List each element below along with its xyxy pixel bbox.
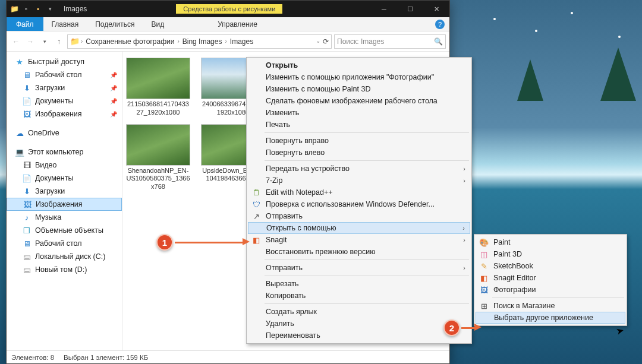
ctx-rotate-left[interactable]: Повернуть влево [248,147,470,159]
sidebar-desktop2[interactable]: 🖥Рабочий стол [7,237,122,250]
ctx-label: Snagit Editor [493,274,536,282]
ctx-label: Вырезать [266,280,299,288]
minimize-button[interactable]: ─ [371,1,397,17]
chevron-right-icon[interactable]: › [177,38,179,45]
disk-icon: 🖴 [22,252,32,261]
sidebar-label: Этот компьютер [28,148,83,156]
nav-recent-button[interactable]: ▾ [39,36,51,48]
ctx-label: Paint [493,238,511,246]
ribbon-file-tab[interactable]: Файл [7,17,43,31]
desktop-icon: 🖥 [22,70,32,80]
sub-paint[interactable]: 🎨Paint [476,236,625,248]
chevron-right-icon: › [463,177,465,184]
ribbon-view-tab[interactable]: Вид [143,18,172,31]
cursor-icon: ➤ [615,325,625,338]
sidebar-downloads[interactable]: ⬇Загрузки📌 [7,81,122,94]
chevron-down-icon[interactable]: ⌄ [316,37,320,46]
nav-up-button[interactable]: ↑ [53,36,65,48]
ctx-share[interactable]: ↗Отправить [248,210,470,222]
sub-sketchbook[interactable]: ✎SketchBook [476,260,625,272]
qat-dropdown-icon[interactable]: ▾ [45,4,55,14]
nav-back-button[interactable]: ← [10,36,22,48]
ctx-delete[interactable]: Удалить [248,318,470,330]
breadcrumb-segment[interactable]: Сохраненные фотографии [84,37,176,46]
sidebar-this-pc[interactable]: 💻Этот компьютер [7,145,122,159]
ctx-shortcut[interactable]: Создать ярлык [248,306,470,318]
ctx-print[interactable]: Печать [248,119,470,131]
sidebar-downloads2[interactable]: ⬇Загрузки [7,185,122,198]
chevron-right-icon[interactable]: › [81,38,83,45]
pin-icon: 📌 [110,72,117,78]
ribbon-home-tab[interactable]: Главная [43,18,87,31]
search-input[interactable]: Поиск: Images 🔍 [334,34,446,49]
ctx-open-with[interactable]: Открыть с помощью› [248,222,470,234]
ctx-restore[interactable]: Восстановить прежнюю версию [248,246,470,258]
help-icon[interactable]: ? [435,20,445,29]
file-item[interactable]: ShenandoahNP_EN-US1050580375_1366x768 [126,124,190,191]
sub-photos[interactable]: 🖼Фотографии [476,284,625,296]
desktop-icon: 🖥 [22,239,32,248]
sidebar-desktop[interactable]: 🖥Рабочий стол📌 [7,68,122,81]
sidebar-music[interactable]: ♪Музыка [7,211,122,224]
sidebar-local-disk[interactable]: 🖴Локальный диск (C:) [7,250,122,263]
sidebar-pictures2[interactable]: 🖼Изображения [7,198,122,211]
picture-tools-tab[interactable]: Средства работы с рисунками [176,4,282,14]
breadcrumb-segment[interactable]: Images [228,37,255,46]
refresh-icon[interactable]: ⟳ [323,37,329,46]
ctx-edit-paint3d[interactable]: Изменить с помощью Paint 3D [248,83,470,95]
ctx-rotate-right[interactable]: Повернуть вправо [248,135,470,147]
close-button[interactable]: ✕ [423,1,449,17]
ctx-defender[interactable]: 🛡Проверка с использованием Windows Defen… [248,198,470,210]
search-icon[interactable]: 🔍 [434,37,443,46]
ribbon-share-tab[interactable]: Поделиться [87,18,143,31]
ctx-edit[interactable]: Изменить [248,107,470,119]
sidebar-quick-access[interactable]: ★Быстрый доступ [7,55,122,68]
breadcrumb[interactable]: 📁 › Сохраненные фотографии › Bing Images… [67,34,332,49]
sidebar-documents[interactable]: 📄Документы📌 [7,94,122,107]
sub-paint3d[interactable]: ◫Paint 3D [476,248,625,260]
ctx-label: Отправить [266,212,303,220]
separator [265,259,469,260]
arrow-line [175,242,244,243]
sub-store-search[interactable]: ⊞Поиск в Магазине [476,300,625,312]
ctx-7zip[interactable]: 7-Zip› [248,175,470,186]
ctx-cast[interactable]: Передать на устройство› [248,163,470,175]
qat-new-icon[interactable]: ▪ [33,4,43,14]
titlebar[interactable]: 📁 ▫ ▪ ▾ Images Средства работы с рисунка… [7,1,449,17]
sidebar-documents2[interactable]: 📄Документы [7,172,122,185]
paint-icon: 🎨 [479,238,489,247]
ctx-cut[interactable]: Вырезать [248,278,470,290]
ctx-snagit[interactable]: ◧Snagit› [248,234,470,246]
ctx-edit-photos[interactable]: Изменить с помощью приложения "Фотографи… [248,71,470,83]
ctx-set-wallpaper[interactable]: Сделать фоновым изображением рабочего ст… [248,95,470,107]
sub-choose-another[interactable]: Выбрать другое приложение [476,312,625,324]
breadcrumb-segment[interactable]: Bing Images [181,37,224,46]
ctx-label: Копировать [266,292,306,300]
qat-props-icon[interactable]: ▫ [21,4,32,14]
thumbnail-icon [126,124,190,166]
sidebar-pictures[interactable]: 🖼Изображения📌 [7,107,122,121]
callout-label: 2 [449,323,454,333]
ctx-label: Snagit [266,236,287,244]
sidebar-label: Рабочий стол [35,239,81,248]
sidebar-3d-objects[interactable]: ❒Объемные объекты [7,224,122,237]
sidebar-label: Документы [35,174,73,182]
ctx-rename[interactable]: Переименовать [248,330,470,341]
ctx-open[interactable]: Открыть [248,59,470,71]
ctx-send-to[interactable]: Отправить› [248,262,470,274]
chevron-right-icon[interactable]: › [225,38,226,45]
notepad-icon: 🗒 [251,188,261,197]
sidebar-label: Рабочий стол [35,71,81,79]
sidebar-onedrive[interactable]: ☁OneDrive [7,126,122,140]
sidebar-video[interactable]: 🎞Видео [7,159,122,172]
maximize-button[interactable]: ☐ [397,1,423,17]
ctx-notepad[interactable]: 🗒Edit with Notepad++ [248,186,470,198]
nav-forward-button[interactable]: → [24,36,36,48]
sketchbook-icon: ✎ [479,261,489,271]
ctx-copy[interactable]: Копировать [248,290,470,302]
ribbon-manage-tab[interactable]: Управление [209,18,266,31]
ctx-label: Открыть с помощью [266,224,336,232]
sub-snagit-editor[interactable]: ◧Snagit Editor [476,272,625,284]
sidebar-new-volume[interactable]: 🖴Новый том (D:) [7,263,122,276]
file-item[interactable]: 2115036681417043327_1920x1080 [126,58,190,117]
